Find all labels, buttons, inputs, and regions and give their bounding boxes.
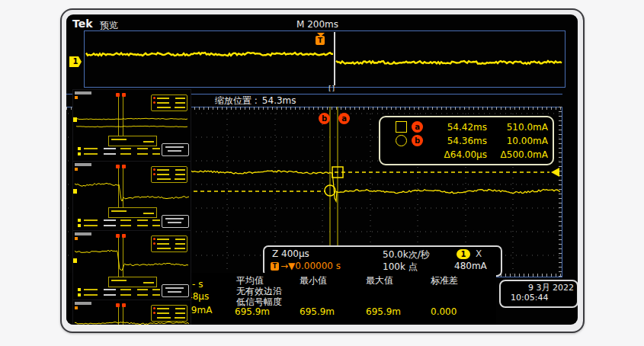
datetime-box: 9 3月 2022 10:05:44 xyxy=(499,280,578,308)
meas-value-max: 695.9m xyxy=(366,306,401,317)
meas-value-mean: 695.9m xyxy=(235,306,270,317)
square-marker-icon xyxy=(396,121,407,133)
zoom-position-readout: 缩放位置 :54.3ms xyxy=(215,95,296,107)
time-readout: 10:05:44 xyxy=(511,293,548,303)
cursor-readout-box: a 54.42ms 510.0mA b 54.36ms 10.00mA Δ64.… xyxy=(379,116,554,165)
trigger-position-icon: T xyxy=(316,33,325,45)
cursor-b-row: b 54.36ms 10.00mA xyxy=(380,133,553,148)
cursor-b-badge[interactable]: b xyxy=(319,113,330,124)
screenshot-thumbnail-2[interactable] xyxy=(73,162,191,231)
channel-suffix: X xyxy=(476,248,482,259)
cursor-a-time: 54.42ms xyxy=(423,122,487,133)
tek-logo: Tek xyxy=(72,18,93,30)
meas-value-stddev: 0.000 xyxy=(431,306,457,317)
cursor-delta-value: Δ500.0mA xyxy=(487,149,548,160)
zoom-window-bracket: [] xyxy=(328,85,335,92)
acquisition-readout-box: Z 400µs 50.0k次/秒 1 X T →▼ 0.00000 s 100k… xyxy=(263,245,502,277)
col-header-stddev: 标准差 xyxy=(431,274,458,287)
cursor-delta-time: Δ64.00µs xyxy=(421,149,487,160)
trigger-t-icon-small: T xyxy=(271,262,279,271)
channel1-badge: 1 xyxy=(457,249,470,259)
trigger-arrows: →▼ xyxy=(280,261,295,271)
thumb-datetime-box xyxy=(162,284,189,297)
circle-marker-icon xyxy=(396,135,407,146)
scope-screen: Tek 预览 M 200ms 1 T [] 缩放位置 :54.3ms b a xyxy=(66,14,578,325)
meas-left-partial-1: - s xyxy=(192,279,203,290)
col-header-min: 最小值 xyxy=(300,274,327,287)
cursor-a-badge-small: a xyxy=(412,121,423,133)
thumb-acq-box xyxy=(108,277,157,287)
cursor-b-value: 10.00mA xyxy=(487,136,548,146)
cursor-b-badge-small: b xyxy=(412,135,423,146)
graticule-ruler-right xyxy=(559,107,562,277)
cursor-a-value: 510.0mA xyxy=(487,122,548,133)
vertical-scale-readout: 480mA xyxy=(454,261,487,271)
cursor-delta-row: Δ64.00µs Δ500.0mA xyxy=(380,147,553,162)
thumb-acq-box xyxy=(108,207,157,218)
thumb-acq-box xyxy=(108,136,157,146)
screenshot-thumbnail-3[interactable] xyxy=(73,231,191,300)
thumb-datetime-box xyxy=(162,143,189,156)
oscilloscope-screenshot: Tek 预览 M 200ms 1 T [] 缩放位置 :54.3ms b a xyxy=(0,0,644,346)
cursor-a-row: a 54.42ms 510.0mA xyxy=(380,120,553,134)
trigger-pos-value: 0.00000 s xyxy=(295,261,341,271)
zoom-scale-readout: Z 400µs xyxy=(272,248,309,259)
thumb-datetime-box xyxy=(162,215,189,228)
zoom-position-label: 缩放位置 : xyxy=(215,95,258,106)
date-readout: 9 3月 2022 xyxy=(528,282,574,293)
trigger-position-readout: T →▼ 0.00000 s xyxy=(271,261,341,271)
col-header-max: 最大值 xyxy=(366,274,393,287)
channel1-marker: 1 xyxy=(69,56,82,67)
channel-scale-group: 1 X xyxy=(457,248,482,259)
screenshot-thumbnail-4[interactable] xyxy=(73,300,191,325)
sample-rate-readout: 50.0k次/秒 xyxy=(383,248,430,261)
meas-value-min: 695.9m xyxy=(300,306,335,317)
trigger-t-icon: T xyxy=(316,36,325,45)
screenshot-thumbnail-1[interactable] xyxy=(73,90,191,162)
cursor-a-badge[interactable]: a xyxy=(338,113,350,124)
meas-left-partial-3: .9mA xyxy=(188,305,212,316)
cursor-b-time: 54.36ms xyxy=(423,136,487,146)
zoom-position-value: 54.3ms xyxy=(262,95,296,106)
main-timebase-readout: M 200ms xyxy=(296,19,338,30)
level-arrow-icon xyxy=(551,168,559,177)
zoom-window-line[interactable] xyxy=(334,32,335,85)
record-length-readout: 100k 点 xyxy=(383,261,418,274)
